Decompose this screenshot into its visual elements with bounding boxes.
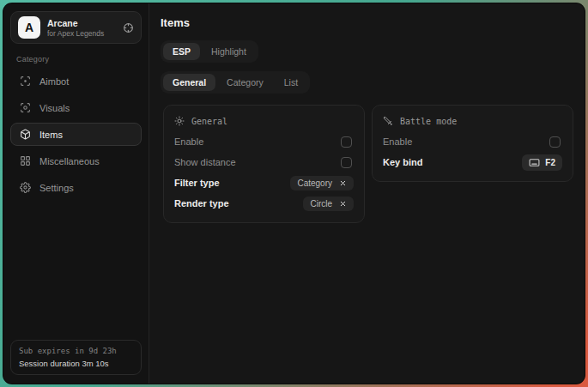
scan-eye-icon (20, 102, 31, 113)
render-type-select[interactable]: Circle (303, 197, 354, 211)
crosshair-brackets-icon (20, 76, 31, 87)
show-distance-checkbox[interactable] (341, 157, 352, 168)
app-subtitle: for Apex Legends (47, 29, 104, 38)
setting-row-show-distance: Show distance (174, 152, 354, 172)
setting-row-key-bind: Key bind F2 (383, 152, 562, 172)
setting-row-filter-type: Filter type Category (174, 172, 354, 193)
sidebar-item-label: Miscellaneous (39, 156, 100, 166)
sidebar: A Arcane for Apex Legends Category Aimbo… (3, 3, 149, 384)
sidebar-item-aimbot[interactable]: Aimbot (10, 70, 142, 93)
filter-type-select[interactable]: Category (290, 176, 354, 190)
app-logo: A (18, 16, 40, 39)
sidebar-item-settings[interactable]: Settings (10, 176, 142, 199)
close-icon[interactable] (339, 200, 347, 208)
panel-general: General Enable Show distance Filter type… (163, 105, 365, 223)
setting-row-render-type: Render type Circle (174, 193, 354, 214)
setting-row-enable: Enable (383, 131, 562, 152)
mode-tab-group: ESP Highlight (161, 40, 258, 63)
package-icon (20, 129, 31, 140)
panel-title: Battle mode (400, 117, 457, 126)
category-section-label: Category (16, 55, 136, 63)
sword-icon (383, 116, 393, 126)
app-window: A Arcane for Apex Legends Category Aimbo… (3, 3, 585, 384)
sun-icon (174, 116, 185, 126)
panel-title: General (191, 117, 227, 126)
tab-list[interactable]: List (275, 74, 307, 91)
app-name: Arcane (47, 18, 104, 28)
sidebar-item-label: Settings (39, 183, 74, 193)
sidebar-item-visuals[interactable]: Visuals (10, 96, 142, 119)
battle-enable-checkbox[interactable] (549, 136, 561, 148)
crosshair-target-icon[interactable] (123, 22, 134, 33)
profile-card[interactable]: A Arcane for Apex Legends (10, 11, 142, 44)
tab-general[interactable]: General (163, 74, 215, 91)
subscription-info-card: Sub expires in 9d 23h Session duration 3… (10, 340, 142, 375)
key-bind-button[interactable]: F2 (522, 154, 562, 171)
page-title: Items (161, 16, 573, 29)
grid-icon (20, 155, 31, 166)
sidebar-item-items[interactable]: Items (10, 123, 142, 146)
tab-esp[interactable]: ESP (163, 43, 200, 60)
session-duration-text: Session duration 3m 10s (19, 359, 133, 368)
tab-highlight[interactable]: Highlight (202, 43, 256, 60)
sidebar-item-label: Aimbot (39, 76, 69, 87)
sub-expires-text: Sub expires in 9d 23h (19, 347, 133, 355)
sidebar-item-label: Visuals (39, 103, 70, 113)
tab-category[interactable]: Category (217, 74, 273, 91)
close-icon[interactable] (339, 179, 347, 187)
panel-battle-mode: Battle mode Enable Key bind F2 (372, 105, 573, 182)
sidebar-item-label: Items (39, 130, 63, 140)
keyboard-icon (529, 157, 540, 168)
gear-icon (20, 182, 31, 193)
setting-row-enable: Enable (174, 131, 354, 152)
sidebar-item-miscellaneous[interactable]: Miscellaneous (10, 149, 142, 172)
view-tab-group: General Category List (161, 71, 310, 94)
main-content: Items ESP Highlight General Category Lis… (149, 3, 585, 384)
enable-checkbox[interactable] (341, 136, 352, 148)
